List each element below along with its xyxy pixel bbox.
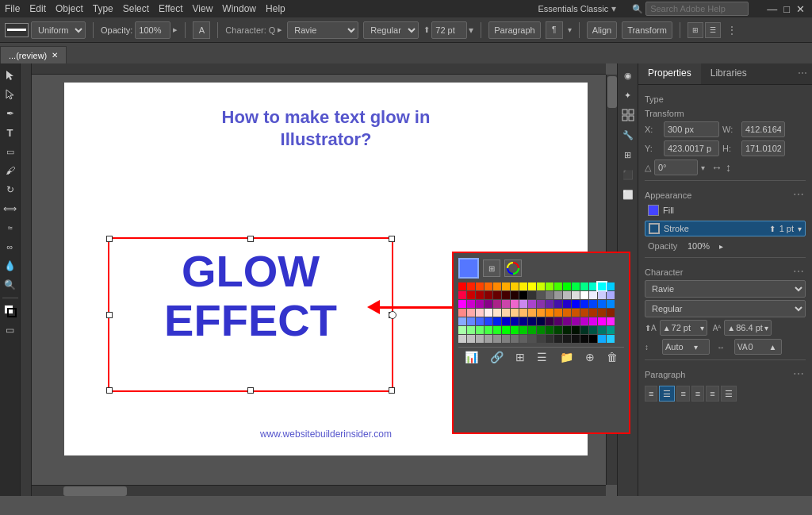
handle-tl[interactable] — [106, 236, 113, 242]
color-swatch-25[interactable] — [519, 291, 527, 299]
color-swatch-120[interactable] — [563, 335, 571, 343]
cp-icon-1[interactable]: 📊 — [465, 351, 478, 363]
menu-item-object[interactable]: Object — [56, 3, 83, 14]
width-tool-btn[interactable]: ≈ — [2, 219, 19, 236]
menu-item-help[interactable]: Help — [266, 3, 285, 14]
color-swatch-101[interactable] — [554, 326, 562, 334]
color-swatch-49[interactable] — [572, 300, 580, 308]
color-swatch-52[interactable] — [598, 300, 606, 308]
font-size-up-arrow[interactable]: ▲ — [663, 324, 671, 332]
color-swatch-91[interactable] — [467, 326, 475, 334]
color-swatch-76[interactable] — [493, 317, 501, 325]
color-swatch-9[interactable] — [537, 282, 545, 290]
color-swatch-59[interactable] — [502, 309, 510, 317]
para-more-btn[interactable]: ⋯ — [791, 367, 806, 380]
color-swatch-84[interactable] — [563, 317, 571, 325]
color-swatch-75[interactable] — [485, 317, 492, 325]
list-view-btn[interactable]: ☰ — [705, 22, 721, 38]
align-btn[interactable]: Align — [587, 21, 617, 39]
color-swatch-19[interactable] — [467, 291, 475, 299]
color-swatch-3[interactable] — [485, 282, 492, 290]
restore-button[interactable]: □ — [781, 3, 792, 15]
fill-row[interactable]: Fill — [645, 203, 806, 217]
color-swatch-74[interactable] — [476, 317, 484, 325]
stroke-type-select[interactable]: Uniform — [31, 21, 86, 39]
transform-btn[interactable]: Transform — [622, 21, 672, 39]
color-swatch-81[interactable] — [537, 317, 545, 325]
color-swatch-29[interactable] — [554, 291, 562, 299]
color-swatch-110[interactable] — [476, 335, 484, 343]
color-swatch-17[interactable] — [607, 282, 615, 290]
opacity-chevron-btn[interactable]: ▸ — [719, 242, 723, 251]
color-swatch-94[interactable] — [493, 326, 501, 334]
tracking-spinner[interactable]: VA ▲ — [734, 339, 782, 355]
color-swatch-55[interactable] — [467, 309, 475, 317]
color-swatch-44[interactable] — [528, 300, 536, 308]
color-swatch-116[interactable] — [528, 335, 536, 343]
color-swatch-106[interactable] — [598, 326, 606, 334]
handle-tm[interactable] — [247, 236, 254, 242]
color-swatch-18[interactable] — [458, 291, 466, 299]
color-swatch-15[interactable] — [589, 282, 597, 290]
color-swatch-16[interactable] — [598, 282, 606, 290]
shape-tool-btn[interactable]: ▭ — [2, 143, 19, 160]
angle-dropdown[interactable]: ▾ — [701, 163, 705, 172]
font-size-input[interactable] — [431, 21, 467, 39]
color-swatch-124[interactable] — [598, 335, 606, 343]
color-swatch-54[interactable] — [458, 309, 466, 317]
color-swatch-33[interactable] — [589, 291, 597, 299]
glow-text-box[interactable]: GLOW EFFECT — [108, 237, 393, 392]
color-swatch-7[interactable] — [519, 282, 527, 290]
font-size-up-icon[interactable]: ⬆ — [423, 25, 430, 34]
color-swatch-32[interactable] — [580, 291, 588, 299]
color-swatch-41[interactable] — [502, 300, 510, 308]
color-swatch-37[interactable] — [467, 300, 475, 308]
color-swatch-60[interactable] — [511, 309, 519, 317]
color-swatch-92[interactable] — [476, 326, 484, 334]
color-swatch-95[interactable] — [502, 326, 510, 334]
color-swatch-89[interactable] — [607, 317, 615, 325]
workspace-dropdown-icon[interactable]: ▾ — [611, 3, 616, 14]
color-swatch-99[interactable] — [537, 326, 545, 334]
color-swatch-12[interactable] — [563, 282, 571, 290]
color-swatch-86[interactable] — [580, 317, 588, 325]
opacity-input[interactable] — [135, 21, 170, 39]
y-input[interactable] — [664, 140, 719, 156]
color-swatch-46[interactable] — [546, 300, 553, 308]
cp-icon-5[interactable]: 📁 — [560, 351, 573, 363]
leading-spinner[interactable]: ▾ — [662, 339, 710, 355]
type-tool-btn[interactable]: T — [2, 124, 19, 141]
panel-font-name-select[interactable]: Ravie — [645, 280, 806, 298]
mini-tool-7[interactable]: ⬜ — [619, 186, 637, 203]
color-swatch-103[interactable] — [572, 326, 580, 334]
libraries-tab[interactable]: Libraries — [701, 63, 756, 84]
color-swatch-97[interactable] — [519, 326, 527, 334]
handle-bm[interactable] — [247, 387, 254, 394]
search-help-input[interactable] — [645, 2, 749, 16]
color-swatch-48[interactable] — [563, 300, 571, 308]
color-swatch-115[interactable] — [519, 335, 527, 343]
color-swatch-28[interactable] — [546, 291, 553, 299]
color-swatch-68[interactable] — [580, 309, 588, 317]
menu-item-file[interactable]: File — [5, 3, 20, 14]
color-swatch-122[interactable] — [580, 335, 588, 343]
color-swatch-121[interactable] — [572, 335, 580, 343]
color-swatch-73[interactable] — [467, 317, 475, 325]
color-swatch-10[interactable] — [546, 282, 553, 290]
grid-view-btn[interactable]: ⊞ — [688, 22, 703, 38]
paint-brush-btn[interactable]: 🖌 — [2, 162, 19, 179]
color-swatch-4[interactable] — [493, 282, 501, 290]
color-swatch-51[interactable] — [589, 300, 597, 308]
color-swatch-112[interactable] — [493, 335, 501, 343]
color-picker-popup[interactable]: ⊞ 📊 🔗 ⊞ ☰ 📁 ⊕ 🗑 — [452, 252, 630, 434]
opacity-chevron[interactable]: ▸ — [173, 25, 178, 35]
mini-tool-1[interactable]: ◉ — [619, 67, 637, 84]
mini-tool-5[interactable]: ⊞ — [619, 146, 637, 163]
color-swatch-96[interactable] — [511, 326, 519, 334]
mini-tool-4[interactable]: 🔧 — [619, 126, 637, 144]
w-input[interactable] — [741, 121, 785, 137]
leading-dropdown[interactable]: ▾ — [694, 343, 698, 352]
color-swatch-77[interactable] — [502, 317, 510, 325]
color-swatch-56[interactable] — [476, 309, 484, 317]
color-swatch-104[interactable] — [580, 326, 588, 334]
